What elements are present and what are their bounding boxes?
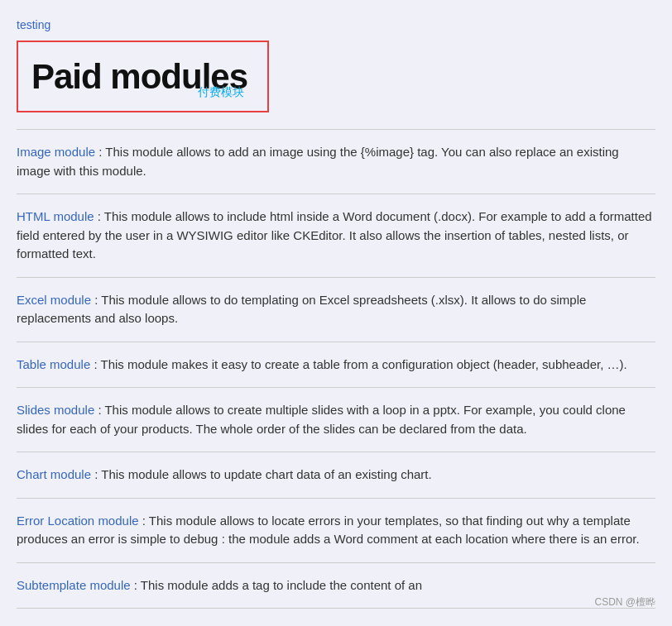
- watermark: CSDN @檀晔: [594, 595, 655, 609]
- list-item: Excel module : This module allows to do …: [17, 277, 655, 342]
- module-description: : This module allows to update chart dat…: [91, 467, 432, 481]
- module-link[interactable]: Excel module: [17, 293, 91, 307]
- paid-label: 付费模块: [198, 84, 244, 101]
- module-description: : This module allows to include html ins…: [17, 209, 652, 260]
- testing-link[interactable]: testing: [17, 17, 655, 34]
- module-link[interactable]: Error Location module: [17, 514, 139, 528]
- list-item: Error Location module : This module allo…: [17, 498, 655, 562]
- list-item: Slides module : This module allows to cr…: [17, 387, 655, 452]
- module-link[interactable]: Table module: [17, 357, 90, 371]
- page-container: testing Paid modules 付费模块 Image module :…: [0, 0, 672, 609]
- module-description: : This module allows to do templating on…: [17, 293, 586, 326]
- modules-list: Image module : This module allows to add…: [17, 129, 655, 609]
- list-item: Subtemplate module : This module adds a …: [17, 562, 655, 609]
- module-link[interactable]: HTML module: [17, 209, 94, 223]
- module-description: : This module adds a tag to include the …: [131, 578, 422, 592]
- module-link[interactable]: Subtemplate module: [17, 578, 131, 592]
- list-item: HTML module : This module allows to incl…: [17, 194, 655, 277]
- paid-modules-box: Paid modules: [17, 41, 269, 112]
- list-item: Image module : This module allows to add…: [17, 129, 655, 194]
- module-link[interactable]: Slides module: [17, 403, 94, 417]
- list-item: Chart module : This module allows to upd…: [17, 452, 655, 498]
- module-link[interactable]: Image module: [17, 145, 95, 159]
- module-link[interactable]: Chart module: [17, 467, 91, 481]
- module-description: : This module allows to add an image usi…: [17, 145, 619, 178]
- list-item: Table module : This module makes it easy…: [17, 342, 655, 388]
- module-description: : This module makes it easy to create a …: [90, 357, 626, 371]
- module-description: : This module allows to create multiple …: [17, 403, 626, 436]
